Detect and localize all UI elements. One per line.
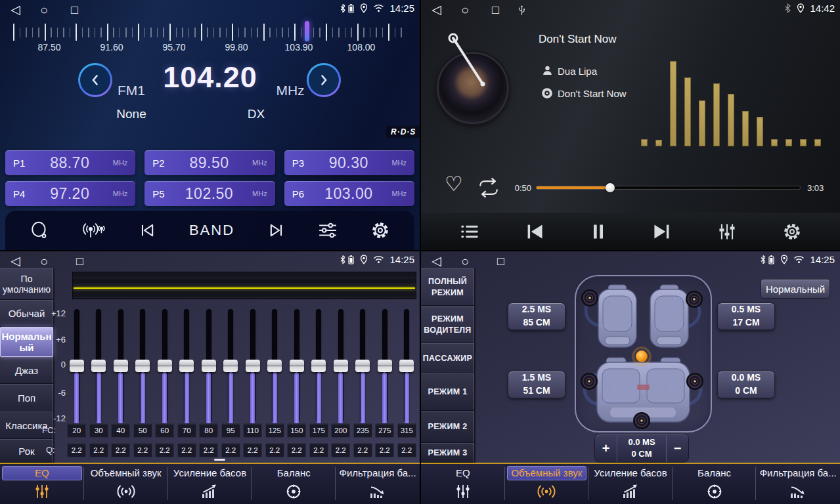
slider-handle[interactable] [179, 360, 194, 372]
eq-band-slider[interactable] [66, 309, 88, 426]
slider-handle[interactable] [246, 360, 260, 372]
tab-balance[interactable]: Баланс [673, 464, 757, 504]
eq-band-slider[interactable] [88, 309, 110, 426]
slider-handle[interactable] [290, 360, 304, 372]
eq-band-slider[interactable] [176, 309, 198, 426]
delay-front-right-button[interactable]: 0.5 MS 17 CM [717, 303, 775, 330]
preset-button[interactable]: P3 90.30 MHz [284, 150, 414, 175]
eq-band-slider[interactable] [110, 309, 132, 426]
slider-handle[interactable] [91, 360, 106, 372]
tune-up-button[interactable] [307, 63, 341, 97]
mixer-eq-button[interactable] [717, 222, 737, 241]
nav-back-icon[interactable]: ◁ [431, 2, 441, 18]
mode-3[interactable]: РЕЖИМ 3 [421, 443, 474, 463]
nav-home-icon[interactable]: ○ [40, 253, 48, 269]
settings-gear-button[interactable] [782, 222, 802, 242]
delay-rear-left-button[interactable]: 1.5 MS 51 CM [508, 371, 565, 398]
nav-home-icon[interactable]: ○ [461, 2, 469, 18]
slider-handle[interactable] [334, 360, 348, 372]
mode-passenger[interactable]: ПАССАЖИР [421, 343, 474, 373]
seek-previous-button[interactable] [138, 221, 156, 240]
nav-recents-icon[interactable]: □ [71, 2, 78, 18]
tune-down-button[interactable] [78, 63, 112, 97]
nav-recents-icon[interactable]: □ [497, 253, 504, 269]
delay-preset-button[interactable]: Нормальный [761, 279, 830, 299]
next-track-button[interactable] [652, 222, 672, 241]
mode-full[interactable]: ПОЛНЫЙ РЕЖИМ [421, 268, 474, 306]
previous-track-button[interactable] [525, 222, 544, 241]
nav-back-icon[interactable]: ◁ [431, 253, 441, 269]
tab-bass-boost[interactable]: Усиление басов [588, 464, 673, 504]
repeat-button[interactable] [476, 178, 501, 200]
tab-eq[interactable]: EQ [0, 464, 84, 504]
tab-balance[interactable]: Баланс [252, 464, 336, 504]
tab-filter[interactable]: Фильтрация ба... [336, 464, 420, 504]
mode-1[interactable]: РЕЖИМ 1 [421, 373, 474, 411]
preset-button[interactable]: P2 89.50 MHz [144, 150, 275, 175]
preset-button[interactable]: P4 97.20 MHz [5, 181, 135, 206]
speaker-front-left-icon[interactable] [581, 289, 598, 306]
slider-handle[interactable] [223, 360, 238, 372]
delay-increase-button[interactable]: + [595, 434, 617, 462]
preset-button[interactable]: P6 103.00 MHz [284, 181, 414, 206]
tab-surround[interactable]: Объёмный звук [84, 464, 168, 504]
eq-band-slider[interactable] [154, 309, 176, 426]
eq-band-slider[interactable] [220, 309, 242, 426]
slider-handle[interactable] [70, 360, 84, 372]
eq-band-slider[interactable] [308, 309, 330, 426]
progress-bar[interactable] [537, 186, 800, 189]
balance-target-icon [252, 480, 336, 503]
eq-band-slider[interactable] [396, 309, 418, 426]
playlist-button[interactable] [460, 223, 479, 240]
eq-band-slider[interactable] [286, 309, 308, 426]
speaker-rear-left-icon[interactable] [581, 373, 598, 390]
speaker-rear-center-icon[interactable] [633, 412, 650, 429]
nav-back-icon[interactable]: ◁ [11, 253, 20, 269]
mode-2[interactable]: РЕЖИМ 2 [421, 411, 474, 443]
preset-button[interactable]: P5 102.50 MHz [144, 181, 275, 206]
nav-home-icon[interactable]: ○ [461, 253, 469, 269]
eq-band-slider[interactable] [330, 309, 352, 426]
eq-band-slider[interactable] [264, 309, 286, 426]
eq-band-slider[interactable] [352, 309, 374, 426]
eq-band-slider[interactable] [132, 309, 154, 426]
slider-handle[interactable] [202, 360, 216, 372]
tab-eq[interactable]: EQ [421, 464, 505, 504]
speaker-front-right-icon[interactable] [686, 291, 703, 308]
slider-handle[interactable] [311, 360, 326, 372]
delay-rear-right-button[interactable]: 0.0 MS 0 CM [717, 371, 775, 398]
favorite-heart-button[interactable]: ♡ [441, 173, 467, 195]
speaker-rear-right-icon[interactable] [686, 373, 703, 390]
slider-handle[interactable] [355, 360, 370, 372]
slider-handle[interactable] [267, 360, 282, 372]
eq-band-slider[interactable] [242, 309, 264, 426]
tab-bass-boost[interactable]: Усиление басов [168, 464, 252, 504]
mode-driver[interactable]: РЕЖИМ ВОДИТЕЛЯ [421, 306, 474, 343]
nav-recents-icon[interactable]: □ [76, 253, 83, 269]
tab-surround[interactable]: Объёмный звук [505, 464, 589, 504]
equalizer-settings-button[interactable] [318, 222, 338, 239]
preset-button[interactable]: P1 88.70 MHz [5, 150, 135, 175]
slider-handle[interactable] [135, 360, 150, 372]
slider-handle[interactable] [399, 360, 414, 372]
eq-band-slider[interactable] [374, 309, 396, 426]
tuner-indicator[interactable] [305, 21, 309, 41]
slider-handle[interactable] [158, 360, 172, 372]
slider-handle[interactable] [114, 360, 128, 372]
listener-position-dot[interactable] [636, 350, 648, 362]
delay-decrease-button[interactable]: − [667, 434, 688, 462]
nav-back-icon[interactable]: ◁ [11, 2, 20, 18]
band-button[interactable]: BAND [189, 222, 234, 239]
eq-band-slider[interactable] [198, 309, 220, 426]
nav-recents-icon[interactable]: □ [492, 2, 499, 18]
progress-thumb[interactable] [606, 183, 615, 192]
nav-home-icon[interactable]: ○ [40, 2, 48, 18]
scan-search-button[interactable] [30, 220, 49, 240]
seek-next-button[interactable] [267, 221, 286, 240]
pause-button[interactable] [590, 222, 607, 241]
tab-filter[interactable]: Фильтрация ба... [756, 464, 840, 504]
broadcast-stations-button[interactable] [82, 221, 106, 240]
delay-front-left-button[interactable]: 2.5 MS 85 CM [508, 303, 565, 330]
slider-handle[interactable] [378, 360, 392, 372]
settings-gear-button[interactable] [370, 220, 390, 240]
